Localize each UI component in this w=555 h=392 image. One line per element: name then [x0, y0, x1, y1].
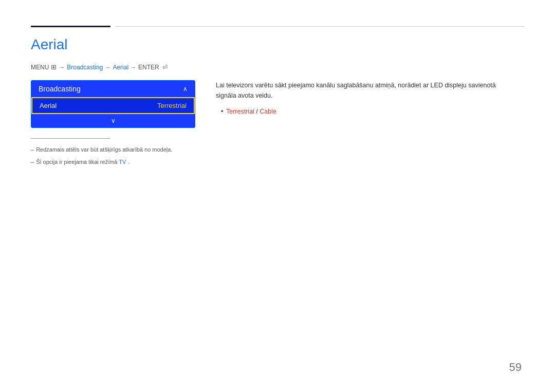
note-2: – Šī opcija ir pieejama tikai režīmā TV …	[31, 157, 195, 167]
note-1: – Redzamais attēls var būt atšķirīgs atk…	[31, 145, 195, 155]
terrestrial-link[interactable]: Terrestrial	[226, 108, 254, 115]
breadcrumb-arrow1: →	[59, 64, 65, 71]
breadcrumb: MENU ⊞ → Broadcasting → Aerial → ENTER ⏎	[31, 63, 524, 71]
bottom-divider	[31, 138, 110, 139]
menu-header-label: Broadcasting	[39, 85, 81, 93]
tv-menu-header: Broadcasting ∧	[31, 81, 195, 97]
page-number: 59	[509, 361, 522, 374]
menu-item-label: Aerial	[40, 102, 57, 109]
enter-icon: ⏎	[162, 64, 168, 71]
separator: /	[254, 108, 260, 115]
bullet-item: Terrestrial / Cable	[221, 108, 524, 115]
tv-mode-highlight: TV	[119, 159, 126, 165]
bullet-list: Terrestrial / Cable	[216, 108, 524, 115]
notes: – Redzamais attēls var būt atšķirīgs atk…	[31, 145, 195, 167]
page-title: Aerial	[31, 36, 524, 53]
divider-light	[116, 26, 524, 27]
breadcrumb-enter: ENTER	[138, 64, 159, 71]
breadcrumb-broadcasting[interactable]: Broadcasting	[67, 64, 103, 71]
divider-dark	[31, 26, 110, 27]
left-panel: Broadcasting ∧ Aerial Terrestrial ∨ – Re…	[31, 80, 195, 170]
cable-link[interactable]: Cable	[260, 108, 276, 115]
breadcrumb-arrow2: →	[105, 64, 110, 70]
top-divider	[31, 26, 524, 27]
content-area: Broadcasting ∧ Aerial Terrestrial ∨ – Re…	[31, 80, 524, 170]
tv-menu: Broadcasting ∧ Aerial Terrestrial ∨	[31, 80, 195, 128]
breadcrumb-arrow3: →	[131, 64, 136, 70]
menu-icon: ⊞	[51, 63, 57, 71]
note-2-text: Šī opcija ir pieejama tikai režīmā TV .	[36, 157, 129, 167]
tv-menu-item-aerial[interactable]: Aerial Terrestrial	[31, 97, 195, 114]
menu-label: MENU	[31, 64, 49, 71]
chevron-up-icon[interactable]: ∧	[183, 85, 188, 92]
description-text: Lai televizors varētu sākt pieejamo kanā…	[216, 80, 504, 101]
chevron-down-icon[interactable]: ∨	[111, 117, 116, 124]
breadcrumb-aerial: Aerial	[113, 64, 128, 71]
note-1-text: Redzamais attēls var būt atšķirīgs atkar…	[36, 145, 172, 155]
menu-item-value: Terrestrial	[157, 102, 187, 109]
right-panel: Lai televizors varētu sākt pieejamo kanā…	[216, 80, 524, 170]
tv-menu-footer: ∨	[31, 114, 195, 127]
